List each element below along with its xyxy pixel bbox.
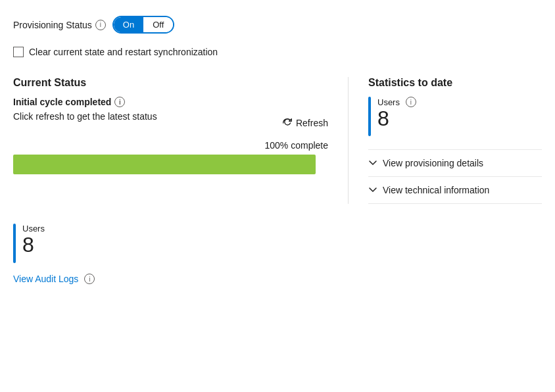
bottom-users-bar-indicator (13, 224, 16, 263)
statistics-users-section: Users i 8 (368, 97, 542, 136)
bottom-users-content: Users 8 (22, 224, 45, 257)
view-provisioning-details-row[interactable]: View provisioning details (368, 149, 542, 176)
bottom-section: Users 8 View Audit Logs i (13, 224, 542, 284)
status-description: Click refresh to get the latest status (13, 111, 157, 122)
provisioning-details-chevron-icon (368, 159, 377, 168)
users-label: Users i (377, 97, 416, 107)
progress-bar (13, 155, 316, 174)
bottom-users-section: Users 8 (13, 224, 542, 263)
users-count: 8 (377, 107, 416, 130)
left-column: Current Status Initial cycle completed i… (13, 77, 349, 204)
users-content: Users i 8 (377, 97, 416, 130)
main-layout: Current Status Initial cycle completed i… (13, 77, 542, 204)
audit-logs-label: View Audit Logs (13, 274, 78, 284)
bottom-users-label: Users (22, 224, 45, 233)
refresh-button[interactable]: Refresh (281, 117, 328, 129)
users-bar-indicator (368, 97, 371, 136)
provisioning-status-label: Provisioning Status (13, 20, 92, 30)
current-status-title: Current Status (13, 77, 328, 89)
refresh-label: Refresh (296, 118, 328, 128)
refresh-icon (281, 117, 293, 129)
provisioning-info-icon[interactable]: i (95, 20, 106, 30)
toggle-off-option[interactable]: Off (143, 17, 173, 32)
right-column: Statistics to date Users i 8 View provis… (349, 77, 542, 204)
provisioning-toggle[interactable]: On Off (112, 16, 174, 34)
provisioning-details-label: View provisioning details (383, 158, 483, 168)
cycle-status-label: Initial cycle completed i (13, 97, 328, 107)
statistics-title: Statistics to date (368, 77, 542, 89)
toggle-on-option[interactable]: On (114, 17, 143, 32)
view-audit-logs-link[interactable]: View Audit Logs i (13, 274, 542, 284)
bottom-users-count: 8 (22, 233, 45, 257)
audit-logs-info-icon[interactable]: i (84, 274, 95, 284)
cycle-info-icon[interactable]: i (114, 97, 125, 107)
view-technical-info-row[interactable]: View technical information (368, 176, 542, 204)
progress-label: 100% complete (13, 140, 328, 151)
clear-state-row[interactable]: Clear current state and restart synchron… (13, 47, 542, 57)
users-info-icon[interactable]: i (406, 97, 416, 107)
clear-state-checkbox[interactable] (13, 47, 24, 57)
technical-info-label: View technical information (383, 185, 489, 195)
clear-state-label: Clear current state and restart synchron… (29, 47, 218, 57)
technical-info-chevron-icon (368, 185, 377, 195)
provisioning-status-row: Provisioning Status i On Off (13, 16, 542, 34)
